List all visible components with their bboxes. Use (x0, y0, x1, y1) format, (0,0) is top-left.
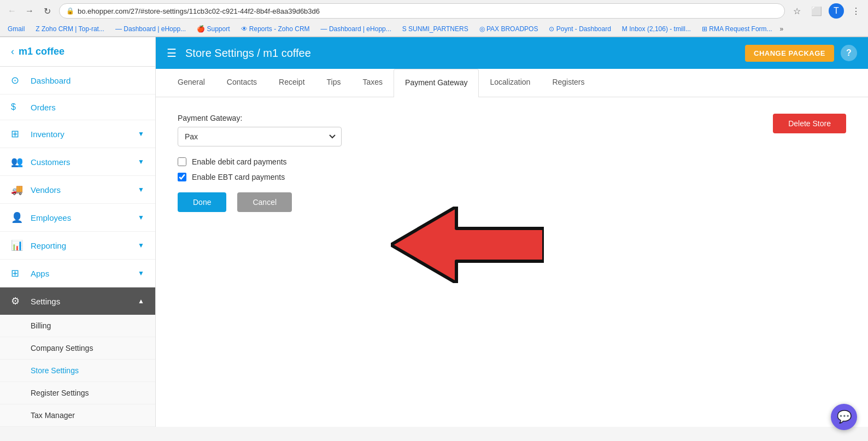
subnav-company-settings[interactable]: Company Settings (0, 337, 155, 360)
bookmark-rma[interactable]: ⊞ RMA Request Form... (699, 24, 776, 34)
form-actions: Done Cancel (178, 192, 846, 212)
tab-registers[interactable]: Registers (541, 69, 595, 97)
bookmark-inbox[interactable]: M Inbox (2,106) - tmill... (619, 24, 694, 34)
chevron-down-icon: ▼ (138, 158, 144, 166)
top-bar: ☰ Store Settings / m1 coffee CHANGE PACK… (156, 37, 868, 69)
sidebar-item-reporting[interactable]: 📊 Reporting ▼ (0, 232, 155, 260)
subnav-tax-manager[interactable]: Tax Manager (0, 404, 155, 427)
sidebar-item-employees[interactable]: 👤 Employees ▼ (0, 204, 155, 232)
bookmark-star[interactable]: ☆ (789, 3, 805, 19)
tab-contacts[interactable]: Contacts (216, 69, 268, 97)
back-button[interactable]: ← (4, 3, 20, 19)
store-name: m1 coffee (19, 46, 64, 57)
chevron-down-icon: ▼ (138, 242, 144, 249)
chevron-up-icon: ▲ (138, 297, 144, 305)
sidebar-item-label: Inventory (31, 130, 64, 139)
back-arrow-icon[interactable]: ‹ (11, 46, 14, 57)
chat-widget[interactable]: 💬 (831, 404, 857, 427)
subnav-label: Tax Manager (31, 411, 75, 420)
sidebar-item-label: Employees (31, 213, 71, 222)
menu-button[interactable]: ⋮ (848, 3, 864, 19)
enable-debit-label: Enable debit card payments (192, 157, 287, 166)
enable-debit-group: Enable debit card payments (178, 157, 846, 166)
delete-store-button[interactable]: Delete Store (773, 114, 846, 133)
sidebar-item-inventory[interactable]: ⊞ Inventory ▼ (0, 120, 155, 148)
done-button[interactable]: Done (178, 192, 226, 212)
sidebar-item-apps[interactable]: ⊞ Apps ▼ (0, 260, 155, 287)
subnav-label: Register Settings (31, 389, 89, 397)
enable-ebt-checkbox[interactable] (178, 173, 186, 181)
sidebar-item-settings[interactable]: ⚙ Settings ▲ (0, 287, 155, 315)
subnav-billing[interactable]: Billing (0, 315, 155, 337)
bookmark-zoho[interactable]: Z Zoho CRM | Top-rat... (32, 24, 108, 34)
address-bar[interactable]: 🔒 bo.ehopper.com/27/#store-settings/11cb… (59, 3, 785, 19)
tab-general[interactable]: General (167, 69, 216, 97)
enable-ebt-group: Enable EBT card payments (178, 173, 846, 181)
chevron-down-icon: ▼ (138, 269, 144, 277)
sidebar-item-label: Apps (31, 269, 49, 278)
bookmark-pax[interactable]: ◎ PAX BROADPOS (476, 24, 542, 34)
tab-localization[interactable]: Localization (479, 69, 541, 97)
vendors-icon: 🚚 (11, 184, 24, 196)
reload-button[interactable]: ↻ (39, 3, 55, 19)
bookmark-support[interactable]: 🍎 Support (193, 24, 233, 34)
sidebar-item-dashboard[interactable]: ⊙ Dashboard (0, 67, 155, 95)
bookmark-dashboard1[interactable]: — Dashboard | eHopp... (112, 24, 189, 34)
help-button[interactable]: ? (841, 45, 857, 61)
enable-ebt-label: Enable EBT card payments (192, 173, 285, 181)
sidebar-item-orders[interactable]: $ Orders (0, 95, 155, 120)
subnav-label: Billing (31, 321, 51, 330)
settings-icon: ⚙ (11, 295, 24, 307)
sidebar-settings-label: Settings (31, 297, 60, 306)
nav-buttons: ← → ↻ (4, 3, 55, 19)
content-header: General Contacts Receipt Tips Taxes (156, 69, 868, 97)
inventory-icon: ⊞ (11, 128, 24, 140)
window-button[interactable]: ⬜ (809, 3, 824, 19)
more-bookmarks[interactable]: » (780, 25, 784, 33)
sidebar-item-label: Vendors (31, 185, 61, 195)
bookmark-dashboard2[interactable]: — Dashboard | eHopp... (318, 24, 395, 34)
svg-marker-0 (391, 207, 544, 283)
page-title: Store Settings / m1 coffee (185, 47, 745, 60)
hamburger-icon[interactable]: ☰ (167, 46, 177, 60)
chevron-down-icon: ▼ (138, 214, 144, 221)
cancel-button[interactable]: Cancel (237, 192, 292, 212)
bookmark-gmail[interactable]: Gmail (4, 24, 28, 34)
tab-tips[interactable]: Tips (316, 69, 352, 97)
lock-icon: 🔒 (66, 7, 74, 15)
bookmark-poynt[interactable]: ⊙ Poynt - Dashboard (546, 24, 614, 34)
enable-debit-checkbox[interactable] (178, 157, 186, 166)
chat-icon: 💬 (837, 410, 852, 424)
sidebar-item-label: Customers (31, 157, 71, 167)
subnav-register-settings[interactable]: Register Settings (0, 382, 155, 404)
payment-gateway-label: Payment Gateway: (178, 114, 846, 122)
orders-icon: $ (11, 102, 24, 112)
reporting-icon: 📊 (11, 239, 24, 251)
settings-submenu: Billing Company Settings Store Settings … (0, 315, 155, 427)
sidebar-item-customers[interactable]: 👥 Customers ▼ (0, 148, 155, 176)
app-container: ‹ m1 coffee ⊙ Dashboard $ Orders ⊞ Inven… (0, 37, 868, 427)
sidebar-item-vendors[interactable]: 🚚 Vendors ▼ (0, 176, 155, 204)
forward-button[interactable]: → (22, 3, 37, 19)
sidebar: ‹ m1 coffee ⊙ Dashboard $ Orders ⊞ Inven… (0, 37, 156, 427)
profile-button[interactable]: T (829, 3, 844, 19)
change-package-button[interactable]: CHANGE PACKAGE (745, 45, 834, 62)
chevron-down-icon: ▼ (138, 130, 144, 138)
tab-taxes[interactable]: Taxes (351, 69, 394, 97)
dashboard-icon: ⊙ (11, 74, 24, 86)
tab-payment-gateway[interactable]: Payment Gateway (394, 69, 479, 97)
bookmark-reports[interactable]: 👁 Reports - Zoho CRM (238, 24, 313, 34)
sidebar-header: ‹ m1 coffee (0, 37, 155, 67)
tab-receipt[interactable]: Receipt (268, 69, 315, 97)
chevron-down-icon: ▼ (138, 186, 144, 193)
payment-gateway-select[interactable]: Pax Stripe Square PayPal (178, 127, 342, 146)
customers-icon: 👥 (11, 156, 24, 168)
subnav-label: Company Settings (31, 344, 93, 352)
sidebar-item-label: Reporting (31, 241, 66, 250)
browser-toolbar: ← → ↻ 🔒 bo.ehopper.com/27/#store-setting… (0, 0, 868, 22)
apps-icon: ⊞ (11, 267, 24, 279)
payment-gateway-field: Payment Gateway: Pax Stripe Square PayPa… (178, 114, 846, 146)
bookmark-sunmi[interactable]: S SUNMI_PARTNERS (399, 24, 472, 34)
subnav-store-settings[interactable]: Store Settings (0, 360, 155, 382)
main-content: General Contacts Receipt Tips Taxes (156, 69, 868, 427)
